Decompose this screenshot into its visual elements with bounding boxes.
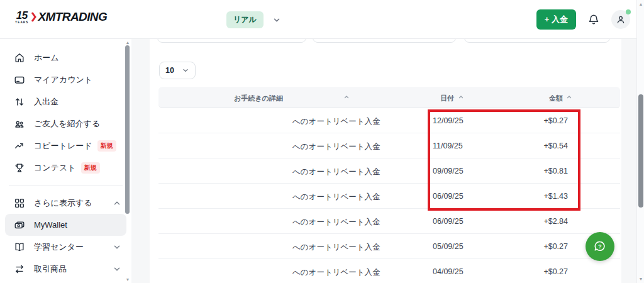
chevron-up-icon <box>113 199 121 208</box>
sidebar-item-home[interactable]: ホーム <box>5 47 126 69</box>
header-actions: + 入金 <box>536 0 630 39</box>
people-icon <box>14 118 26 130</box>
page-size-value: 10 <box>165 66 174 75</box>
sidebar-scrollbar[interactable]: ▲ ▼ <box>125 39 131 283</box>
scroll-down-arrow-icon[interactable]: ▼ <box>125 277 131 282</box>
app-window: 15 YEARS XMTRADING リアル + 入金 <box>0 0 644 283</box>
deposit-button[interactable]: + 入金 <box>536 9 576 30</box>
table-row[interactable]: へのオートリベート入金 04/09/25 +$0.27 <box>158 259 620 283</box>
sidebar: ホーム マイアカウント 入出金 ご友人を紹介する <box>0 39 131 283</box>
cell-details: へのオートリベート入金 <box>292 242 380 253</box>
chevron-down-icon <box>182 67 189 74</box>
sidebar-item-label: 入出金 <box>34 96 58 108</box>
account-type-badge[interactable]: リアル <box>226 11 264 28</box>
sidebar-item-label: ホーム <box>34 52 59 64</box>
scroll-down-arrow-icon[interactable]: ▼ <box>638 277 644 281</box>
sidebar-scrollbar-thumb[interactable] <box>125 45 130 214</box>
cell-amount: +$2.84 <box>543 217 568 226</box>
sidebar-item-label: コンテスト <box>34 162 76 174</box>
main-content: 10 お手続きの詳細 日付 金額 へのオートリベート入金 12/09/25 <box>131 39 636 283</box>
column-header-amount[interactable]: 金額 <box>549 94 563 103</box>
sidebar-item-label: 学習センター <box>34 241 84 253</box>
column-header-date[interactable]: 日付 <box>440 94 454 103</box>
new-badge: 新規 <box>97 140 116 152</box>
exchange-icon <box>14 263 26 275</box>
sidebar-item-label: MyWallet <box>34 220 67 230</box>
sidebar-item-learning-center[interactable]: 学習センター <box>5 236 126 258</box>
logo-mark-icon <box>31 11 36 23</box>
book-icon <box>14 241 26 253</box>
scroll-up-arrow-icon[interactable]: ▲ <box>125 40 131 45</box>
sidebar-item-label: ご友人を紹介する <box>34 118 100 130</box>
cell-date: 06/09/25 <box>433 217 464 226</box>
account-switcher: リアル <box>226 11 281 28</box>
sort-asc-icon[interactable] <box>458 94 464 99</box>
cell-amount: +$0.27 <box>543 267 568 276</box>
cell-details: へのオートリベート入金 <box>292 192 380 203</box>
new-badge: 新規 <box>81 162 100 174</box>
chevron-down-icon <box>113 265 121 274</box>
table-row[interactable]: へのオートリベート入金 11/09/25 +$0.54 <box>158 133 620 158</box>
sidebar-item-deposit-withdrawal[interactable]: 入出金 <box>5 91 126 113</box>
page-scrollbar[interactable]: ▲ ▼ <box>636 0 644 283</box>
cell-amount: +$0.27 <box>543 116 568 125</box>
sidebar-item-mywallet[interactable]: MyWallet <box>5 214 126 236</box>
cell-amount: +$0.27 <box>543 242 568 251</box>
transfer-icon <box>14 96 26 108</box>
page-size-select[interactable]: 10 <box>159 62 196 79</box>
home-icon <box>14 52 26 64</box>
cell-details: へのオートリベート入金 <box>292 217 380 228</box>
scroll-up-arrow-icon[interactable]: ▲ <box>638 2 644 6</box>
cell-date: 06/09/25 <box>433 192 464 201</box>
chevron-down-icon[interactable] <box>272 16 281 25</box>
top-header: 15 YEARS XMTRADING リアル + 入金 <box>0 0 644 39</box>
sidebar-item-label: さらに表示する <box>34 197 92 209</box>
grid-icon <box>14 197 26 209</box>
chat-support-button[interactable]: ? <box>586 232 614 261</box>
sidebar-item-show-more[interactable]: さらに表示する <box>5 192 126 214</box>
sidebar-item-my-account[interactable]: マイアカウント <box>5 69 126 91</box>
table-row[interactable]: へのオートリベート入金 05/09/25 +$0.27 <box>158 234 620 259</box>
cell-details: へのオートリベート入金 <box>292 167 380 177</box>
cell-details: へのオートリベート入金 <box>292 142 380 152</box>
chevron-down-icon <box>113 243 121 252</box>
online-status-dot <box>626 9 631 14</box>
table-row[interactable]: へのオートリベート入金 12/09/25 +$0.27 <box>158 108 620 133</box>
table-row[interactable]: へのオートリベート入金 06/09/25 +$1.43 <box>158 184 620 209</box>
cell-amount: +$0.54 <box>543 142 568 150</box>
column-header-details[interactable]: お手続きの詳細 <box>234 94 283 103</box>
sidebar-item-label: 取引商品 <box>34 264 67 275</box>
sidebar-menu: ホーム マイアカウント 入出金 ご友人を紹介する <box>0 39 131 280</box>
user-avatar[interactable] <box>611 10 630 29</box>
card-icon <box>14 74 26 86</box>
sidebar-item-refer-friends[interactable]: ご友人を紹介する <box>5 113 126 135</box>
cell-details: へのオートリベート入金 <box>292 116 380 127</box>
content-card: 10 お手続きの詳細 日付 金額 へのオートリベート入金 12/09/25 <box>150 39 621 283</box>
person-icon <box>615 14 626 25</box>
sidebar-divider <box>9 185 123 186</box>
transactions-table: お手続きの詳細 日付 金額 へのオートリベート入金 12/09/25 +$0.2… <box>158 87 620 283</box>
notifications-bell-icon[interactable] <box>587 13 600 26</box>
table-row[interactable]: へのオートリベート入金 06/09/25 +$2.84 <box>158 209 620 234</box>
sidebar-item-copy-trade[interactable]: コピートレード 新規 <box>5 135 126 157</box>
table-row[interactable]: へのオートリベート入金 09/09/25 +$0.81 <box>158 158 620 184</box>
cell-date: 04/09/25 <box>433 267 464 276</box>
cell-amount: +$0.81 <box>543 167 568 175</box>
cell-date: 11/09/25 <box>433 142 463 150</box>
cell-date: 09/09/25 <box>433 167 464 175</box>
logo-years-text: 15 <box>16 10 28 21</box>
sidebar-item-label: マイアカウント <box>34 74 92 86</box>
chat-bubble-icon: ? <box>592 239 608 254</box>
logo-years-sub-text: YEARS <box>15 21 29 25</box>
page-scrollbar-thumb[interactable] <box>638 94 643 208</box>
svg-text:?: ? <box>598 243 601 250</box>
sidebar-item-contest[interactable]: コンテスト 新規 <box>5 157 126 179</box>
sidebar-item-label: コピートレード <box>34 140 92 152</box>
cell-details: へのオートリベート入金 <box>292 267 380 278</box>
cell-amount: +$1.43 <box>543 192 568 201</box>
sort-asc-icon[interactable] <box>343 94 350 99</box>
sidebar-item-trading-products[interactable]: 取引商品 <box>5 258 126 280</box>
wallet-icon <box>14 219 26 231</box>
brand-logo[interactable]: 15 YEARS XMTRADING <box>15 10 107 25</box>
sort-asc-icon[interactable] <box>566 94 572 99</box>
